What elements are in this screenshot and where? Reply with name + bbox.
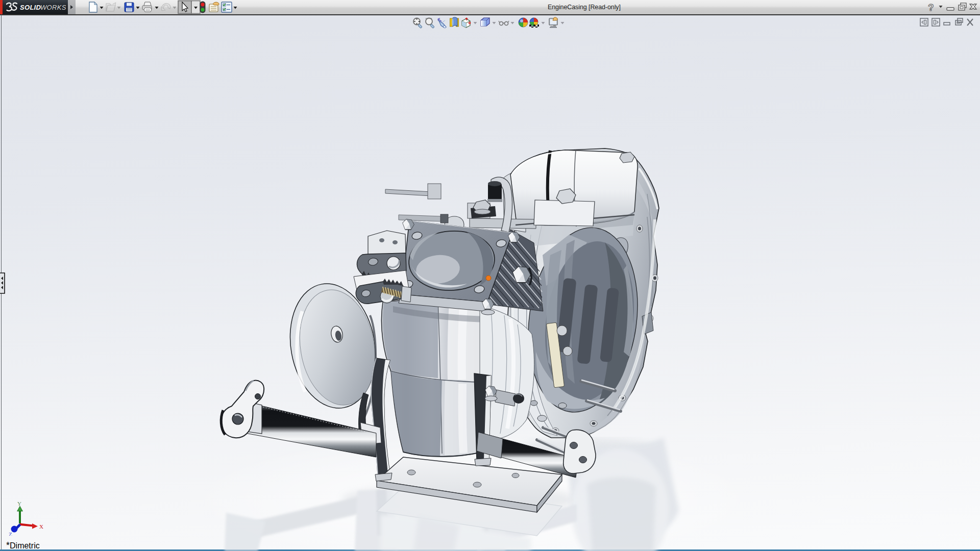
svg-text:WORKS: WORKS [40, 4, 66, 11]
svg-text:?: ? [928, 2, 934, 13]
svg-text:SOLID: SOLID [20, 4, 41, 11]
